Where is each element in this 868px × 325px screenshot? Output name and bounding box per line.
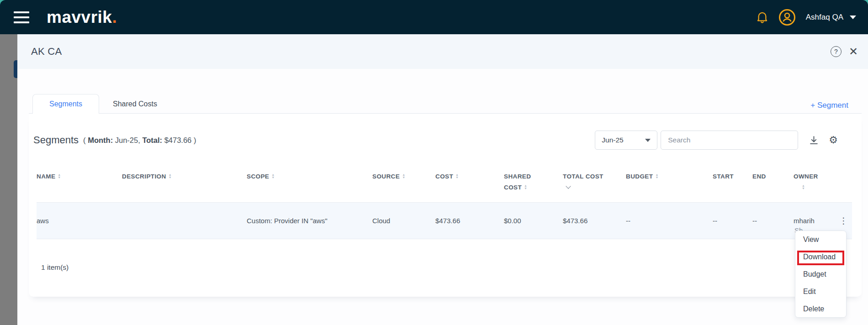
table-header-row: NAME▲▼ DESCRIPTION▲▼ SCOPE▲▼ SOURCE▲▼ CO…: [37, 167, 852, 202]
notification-bell-icon[interactable]: [756, 10, 768, 24]
total-value: $473.66: [164, 136, 192, 144]
navbar-right-group: Ashfaq QA: [756, 0, 856, 34]
help-icon[interactable]: ?: [831, 46, 842, 57]
col-budget[interactable]: BUDGET▲▼: [626, 167, 713, 202]
search-input[interactable]: [661, 131, 798, 150]
card-heading-row: Segments ( Month: Jun-25, Total: $473.66…: [33, 130, 850, 150]
cell-name: aws: [37, 202, 122, 239]
sort-icon: ▲▼: [402, 173, 405, 179]
brand-logo[interactable]: mavvrik.: [47, 8, 117, 27]
cell-total-cost: $473.66: [563, 202, 626, 239]
user-name: Ashfaq QA: [806, 13, 843, 22]
panel-header: AK CA ? ✕: [17, 34, 868, 69]
gear-icon[interactable]: ⚙: [829, 134, 838, 146]
sort-icon: ▲▼: [524, 184, 527, 190]
sort-icon: ▲▼: [58, 173, 61, 179]
month-dropdown[interactable]: Jun-25: [595, 131, 657, 150]
user-menu[interactable]: Ashfaq QA: [806, 13, 856, 22]
tab-segments[interactable]: Segments: [32, 94, 99, 114]
segments-card: Segments ( Month: Jun-25, Total: $473.66…: [29, 113, 862, 297]
col-end[interactable]: END: [752, 167, 794, 202]
hamburger-menu-icon[interactable]: [14, 11, 29, 23]
section-title: Segments: [33, 134, 79, 146]
col-scope[interactable]: SCOPE▲▼: [247, 167, 372, 202]
cell-description: [122, 202, 247, 239]
row-context-menu: View Download Budget Edit Delete: [795, 231, 847, 318]
chevron-down-icon: [850, 16, 856, 19]
col-total-cost[interactable]: TOTAL COST: [563, 167, 626, 202]
meta-close: ): [194, 136, 196, 144]
col-start[interactable]: START: [713, 167, 752, 202]
download-icon[interactable]: [809, 136, 819, 145]
top-navbar: mavvrik. Ashfaq QA: [0, 0, 868, 34]
meta-open: (: [83, 136, 86, 144]
close-icon[interactable]: ✕: [849, 46, 858, 57]
tab-shared-costs[interactable]: Shared Costs: [99, 94, 171, 114]
col-actions: [839, 167, 852, 202]
col-description[interactable]: DESCRIPTION▲▼: [122, 167, 247, 202]
tab-bar: Segments Shared Costs + Segment: [32, 94, 848, 114]
sort-icon: ▲▼: [271, 173, 275, 179]
month-dropdown-value: Jun-25: [602, 136, 623, 144]
menu-item-download[interactable]: Download: [795, 248, 846, 266]
sort-icon: ▲▼: [169, 173, 172, 179]
detail-panel: AK CA ? ✕ Segments Shared Costs + Segmen…: [17, 34, 868, 325]
panel-header-icons: ? ✕: [831, 46, 858, 57]
user-avatar-icon[interactable]: [778, 9, 796, 26]
cell-start: --: [713, 202, 752, 239]
col-shared-cost[interactable]: SHARED COST▲▼: [504, 167, 563, 202]
app-root: mavvrik. Ashfaq QA: [0, 0, 868, 325]
menu-item-budget[interactable]: Budget: [795, 266, 846, 283]
kebab-menu-icon[interactable]: ⋮: [839, 216, 848, 225]
cell-shared-cost: $0.00: [504, 202, 563, 239]
month-label: Month:: [88, 136, 113, 144]
cell-end: --: [752, 202, 794, 239]
total-label: Total:: [142, 136, 162, 144]
table-controls: Jun-25 ⚙: [595, 130, 838, 150]
item-count: 1 item(s): [41, 263, 69, 272]
table-row[interactable]: aws Custom: Provider IN "aws" Cloud $473…: [37, 202, 852, 239]
brand-dot: .: [112, 8, 117, 26]
cell-scope: Custom: Provider IN "aws": [247, 202, 372, 239]
menu-item-view[interactable]: View: [795, 231, 846, 248]
month-value: Jun-25,: [115, 136, 140, 144]
cell-cost: $473.66: [435, 202, 504, 239]
brand-text: mavvrik: [47, 8, 112, 26]
segments-table: NAME▲▼ DESCRIPTION▲▼ SCOPE▲▼ SOURCE▲▼ CO…: [37, 167, 852, 239]
col-name[interactable]: NAME▲▼: [37, 167, 122, 202]
cell-source: Cloud: [372, 202, 435, 239]
page-title: AK CA: [31, 46, 62, 58]
sort-icon: ▲▼: [655, 173, 658, 179]
sort-icon: ▲▼: [802, 184, 805, 190]
col-cost[interactable]: COST▲▼: [435, 167, 504, 202]
menu-item-delete[interactable]: Delete: [795, 300, 846, 318]
sort-icon: ▲▼: [455, 173, 459, 179]
section-meta: ( Month: Jun-25, Total: $473.66 ): [83, 136, 196, 145]
col-source[interactable]: SOURCE▲▼: [372, 167, 435, 202]
cell-budget: --: [626, 202, 713, 239]
sort-desc-icon: [566, 183, 571, 189]
col-owner[interactable]: OWNER ▲▼: [794, 167, 839, 202]
chevron-down-icon: [645, 139, 651, 142]
menu-item-edit[interactable]: Edit: [795, 283, 846, 300]
add-segment-button[interactable]: + Segment: [810, 101, 848, 110]
